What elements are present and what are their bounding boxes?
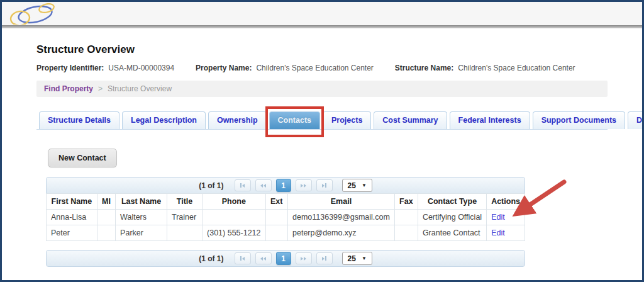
cell-title: [167, 225, 203, 241]
dropdown-arrow-icon: ▼: [362, 183, 367, 188]
col-last-name: Last Name: [116, 194, 167, 210]
tab-federal-interests[interactable]: Federal Interests: [450, 111, 530, 129]
dropdown-arrow-icon: ▼: [362, 256, 367, 261]
banner-divider: [2, 25, 642, 28]
col-actions: Actions: [487, 194, 525, 210]
first-page-icon-arrow: [242, 184, 245, 188]
contacts-table: First Name MI Last Name Title Phone Ext …: [46, 193, 525, 241]
tab-projects[interactable]: Projects: [323, 111, 371, 129]
edit-link-row-1[interactable]: Edit: [491, 213, 505, 222]
rows-per-page-select[interactable]: 25 ▼: [342, 179, 372, 192]
cell-contact-type: Grantee Contact: [418, 225, 486, 241]
first-page-icon: [240, 256, 242, 261]
cell-mi: [97, 225, 115, 241]
previous-page-icon: [260, 184, 263, 188]
paginator-status: (1 of 1): [199, 254, 223, 263]
tab-support-documents[interactable]: Support Documents: [533, 111, 625, 129]
first-page-button[interactable]: [235, 252, 251, 264]
breadcrumb-link-find-property[interactable]: Find Property: [44, 84, 93, 93]
previous-page-button[interactable]: [255, 252, 272, 264]
app-logo-icon: [7, 3, 57, 25]
last-page-button[interactable]: [316, 252, 333, 264]
property-info-row: Property Identifier: USA-MD-00000394 Pro…: [36, 64, 608, 72]
edit-link-row-2[interactable]: Edit: [491, 228, 505, 237]
first-page-icon-arrow: [242, 257, 245, 261]
rows-per-page-value: 25: [348, 254, 356, 263]
tab-structure-details[interactable]: Structure Details: [39, 111, 119, 129]
structure-name-value: Children's Space Education Center: [458, 64, 575, 72]
main-content: Structure Overview Property Identifier: …: [2, 43, 642, 267]
tab-strip: Structure Details Legal Description Owne…: [36, 110, 608, 130]
last-page-icon-arrow: [322, 184, 325, 188]
cell-ext: [265, 225, 287, 241]
paginator-bottom: (1 of 1) 1 25 ▼: [46, 250, 525, 267]
cell-fax: [394, 210, 418, 225]
cell-first-name: Anna-Lisa: [47, 210, 97, 225]
cell-email: peterp@demo.xyz: [288, 225, 395, 241]
cell-contact-type: Certifying Official: [418, 210, 486, 225]
structure-overview-page: { "page": { "title": "Structure Overview…: [0, 0, 644, 282]
property-name: Property Name: Children's Space Educatio…: [196, 64, 374, 72]
next-page-button[interactable]: [296, 179, 312, 191]
paginator-top: (1 of 1) 1 25 ▼: [46, 177, 525, 194]
contacts-grid: (1 of 1) 1 25 ▼: [46, 177, 525, 267]
breadcrumb-separator: >: [98, 84, 103, 93]
tab-contacts[interactable]: Contacts: [269, 111, 320, 129]
table-row: Anna-Lisa Walters Trainer demo1136399@gs…: [47, 210, 525, 225]
contacts-panel: New Contact (1 of 1) 1 25: [36, 149, 608, 267]
property-identifier-value: USA-MD-00000394: [108, 64, 174, 72]
next-page-button[interactable]: [296, 252, 312, 264]
breadcrumb: Find Property > Structure Overview: [36, 81, 608, 97]
col-ext: Ext: [265, 194, 287, 210]
cell-last-name: Parker: [116, 225, 167, 241]
last-page-icon: [325, 183, 326, 188]
property-name-value: Children's Space Education Center: [256, 64, 373, 72]
next-page-icon: [301, 184, 303, 188]
property-identifier-label: Property Identifier:: [36, 64, 104, 72]
next-page-icon-2: [304, 257, 306, 261]
new-contact-button[interactable]: New Contact: [48, 149, 117, 167]
col-first-name: First Name: [47, 194, 97, 210]
table-row: Peter Parker (301) 555-1212 peterp@demo.…: [47, 225, 525, 241]
next-page-icon: [301, 257, 303, 261]
cell-phone: [203, 210, 265, 225]
table-header-row: First Name MI Last Name Title Phone Ext …: [47, 194, 525, 210]
app-banner: [2, 2, 642, 25]
structure-name: Structure Name: Children's Space Educati…: [395, 64, 575, 72]
col-email: Email: [288, 194, 395, 210]
col-phone: Phone: [203, 194, 265, 210]
breadcrumb-current: Structure Overview: [108, 84, 172, 93]
cell-fax: [394, 225, 418, 241]
col-fax: Fax: [394, 194, 418, 210]
cell-phone: (301) 555-1212: [203, 225, 265, 241]
col-mi: MI: [97, 194, 115, 210]
previous-page-icon: [260, 257, 263, 261]
property-name-label: Property Name:: [196, 64, 252, 72]
cell-email: demo1136399@gsmail.com: [288, 210, 395, 225]
col-title: Title: [167, 194, 203, 210]
page-title: Structure Overview: [36, 43, 608, 56]
last-page-button[interactable]: [316, 179, 333, 191]
tab-cost-summary[interactable]: Cost Summary: [374, 111, 447, 129]
previous-page-icon-2: [264, 257, 266, 261]
next-page-icon-2: [304, 184, 306, 188]
previous-page-button[interactable]: [255, 179, 272, 191]
tab-contacts-label: Contacts: [278, 116, 311, 125]
cell-first-name: Peter: [47, 225, 97, 241]
last-page-icon-arrow: [322, 257, 325, 261]
tab-legal-description[interactable]: Legal Description: [122, 111, 206, 129]
first-page-icon: [240, 183, 242, 188]
cell-mi: [97, 210, 115, 225]
rows-per-page-select[interactable]: 25 ▼: [342, 252, 372, 265]
current-page-button[interactable]: 1: [276, 252, 291, 265]
tab-ownership[interactable]: Ownership: [208, 111, 267, 129]
property-identifier: Property Identifier: USA-MD-00000394: [36, 64, 174, 72]
paginator-status: (1 of 1): [199, 181, 223, 190]
cell-last-name: Walters: [116, 210, 167, 225]
col-contact-type: Contact Type: [418, 194, 486, 210]
first-page-button[interactable]: [235, 179, 251, 191]
cell-ext: [265, 210, 287, 225]
rows-per-page-value: 25: [348, 181, 356, 190]
current-page-button[interactable]: 1: [276, 179, 291, 192]
tab-dispositions[interactable]: Dispositions: [628, 111, 644, 129]
